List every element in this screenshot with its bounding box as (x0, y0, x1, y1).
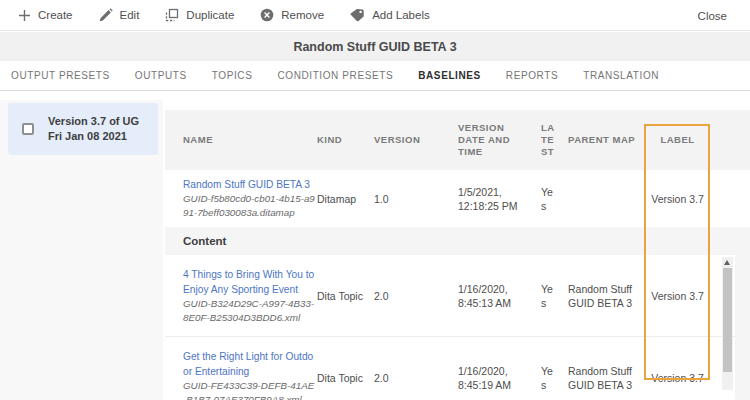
column-header-label: LABEL (645, 134, 710, 146)
content-rows-card: 4 Things to Bring With You to Enjoy Any … (165, 255, 735, 400)
baseline-detail-pane: NAME KIND VERSION VERSION DATE AND TIME … (163, 91, 750, 400)
tab-condition-presets[interactable]: CONDITION PRESETS (277, 70, 393, 81)
column-header-version: VERSION (374, 134, 458, 146)
topic-name-link[interactable]: Get the Right Light for Outdoor Entertai… (183, 349, 317, 379)
tab-output-presets[interactable]: OUTPUT PRESETS (11, 70, 110, 81)
table-header-row: NAME KIND VERSION VERSION DATE AND TIME … (165, 110, 750, 170)
tab-translation[interactable]: TRANSLATION (583, 70, 659, 81)
duplicate-icon (165, 8, 179, 22)
add-labels-label: Add Labels (372, 9, 430, 21)
cell-kind: Dita Topic (317, 371, 374, 385)
tab-bar: OUTPUT PRESETS OUTPUTS TOPICS CONDITION … (0, 61, 750, 91)
add-labels-button[interactable]: Add Labels (350, 8, 430, 22)
tab-reports[interactable]: REPORTS (506, 70, 558, 81)
baseline-item-label: Version 3.7 of UG Fri Jan 08 2021 (48, 114, 150, 144)
cell-parent-map (568, 192, 645, 206)
page-title: Random Stuff GUID BETA 3 (293, 40, 456, 54)
pane-right-margin (735, 255, 750, 400)
cell-latest: Yes (541, 364, 568, 392)
cell-parent-map: Random Stuff GUID BETA 3 (568, 364, 645, 392)
column-header-parent-map: PARENT MAP (568, 134, 645, 146)
map-guid: GUID-f5b80cd0-cb01-4b15-a991-7beff030083… (183, 192, 317, 220)
cell-latest: Yes (541, 282, 568, 310)
cell-kind: Dita Topic (317, 289, 374, 303)
remove-label: Remove (281, 9, 324, 21)
baseline-list-sidebar: Version 3.7 of UG Fri Jan 08 2021 (0, 100, 163, 400)
column-header-name: NAME (165, 134, 317, 146)
tab-baselines[interactable]: BASELINES (418, 70, 481, 81)
title-bar: Random Stuff GUID BETA 3 (0, 32, 750, 61)
tab-topics[interactable]: TOPICS (212, 70, 253, 81)
pencil-icon (99, 8, 113, 22)
table-row[interactable]: Get the Right Light for Outdoor Entertai… (165, 337, 735, 400)
baseline-checkbox[interactable] (22, 123, 34, 135)
topic-name-link[interactable]: 4 Things to Bring With You to Enjoy Any … (183, 267, 317, 297)
baseline-list-item[interactable]: Version 3.7 of UG Fri Jan 08 2021 (8, 103, 158, 155)
table-row[interactable]: Random Stuff GUID BETA 3 GUID-f5b80cd0-c… (165, 170, 750, 227)
duplicate-label: Duplicate (186, 9, 234, 21)
cell-latest: Yes (541, 185, 568, 213)
plus-icon (18, 9, 31, 22)
tab-outputs[interactable]: OUTPUTS (135, 70, 187, 81)
cell-label: Version 3.7 (645, 289, 710, 303)
content-section-band: Content (165, 227, 750, 255)
cell-label: Version 3.7 (645, 192, 710, 206)
scrollbar-thumb[interactable] (723, 268, 732, 372)
cell-parent-map: Random Stuff GUID BETA 3 (568, 282, 645, 310)
toolbar: Create Edit Duplicate (0, 0, 750, 31)
cell-version-date: 1/16/2020, 8:45:13 AM (458, 282, 541, 310)
edit-button[interactable]: Edit (99, 8, 140, 22)
map-name-link[interactable]: Random Stuff GUID BETA 3 (183, 177, 317, 192)
column-header-kind: KIND (317, 134, 374, 146)
cell-version-date: 1/5/2021, 12:18:25 PM (458, 185, 541, 213)
create-button[interactable]: Create (18, 9, 73, 22)
topic-guid: GUID-B324D29C-A997-4B33-8E0F-B25304D3BDD… (183, 297, 317, 325)
duplicate-button[interactable]: Duplicate (165, 8, 234, 22)
cell-label: Version 3.7 (645, 371, 710, 385)
create-label: Create (38, 9, 73, 21)
cell-kind: Ditamap (317, 192, 374, 206)
cell-version-date: 1/16/2020, 8:45:19 AM (458, 364, 541, 392)
tag-icon (350, 8, 365, 22)
column-header-latest: LATEST (541, 122, 568, 158)
column-header-version-date: VERSION DATE AND TIME (458, 122, 541, 158)
close-button[interactable]: Close (698, 0, 727, 31)
remove-circle-icon (260, 8, 274, 22)
edit-label: Edit (120, 9, 140, 21)
baselines-dialog: Create Edit Duplicate (0, 0, 750, 400)
cell-version: 1.0 (374, 192, 458, 206)
topic-guid: GUID-FE433C39-DEFB-41AE-B1B7-07AE370FB9A… (183, 379, 317, 400)
table-row[interactable]: 4 Things to Bring With You to Enjoy Any … (165, 255, 735, 337)
remove-button[interactable]: Remove (260, 8, 324, 22)
cell-version: 2.0 (374, 371, 458, 385)
scroll-up-arrow-icon[interactable] (724, 260, 730, 265)
cell-version: 2.0 (374, 289, 458, 303)
vertical-scrollbar[interactable] (722, 257, 733, 390)
content-section-label: Content (183, 235, 226, 247)
